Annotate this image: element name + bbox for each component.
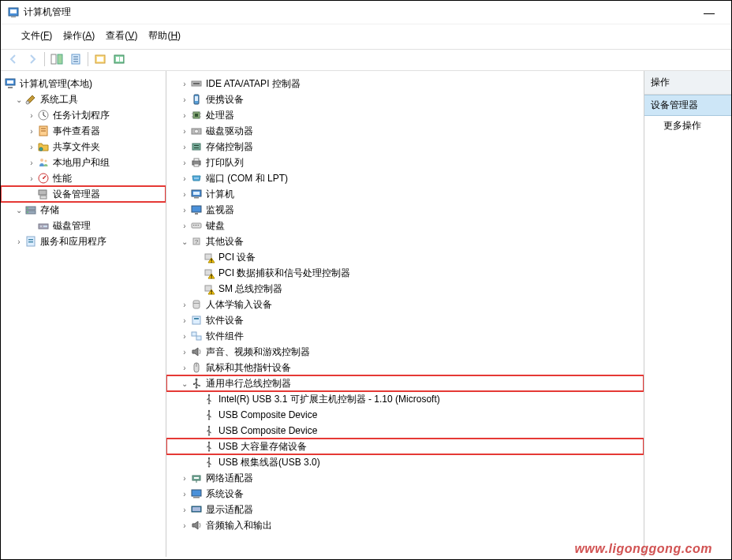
svg-rect-40 xyxy=(193,83,200,84)
device-category-computer[interactable]: ›计算机 xyxy=(166,186,644,202)
device-category-ports[interactable]: ›端口 (COM 和 LPT) xyxy=(166,170,644,186)
hid-icon xyxy=(190,298,204,311)
svg-point-34 xyxy=(40,226,42,227)
usb-icon xyxy=(203,424,217,437)
toolbar-btn-3[interactable] xyxy=(91,51,110,67)
svg-rect-1 xyxy=(10,9,17,13)
svg-rect-42 xyxy=(195,96,198,101)
tree-label: 任务计划程序 xyxy=(51,109,110,122)
toolbar xyxy=(1,49,731,71)
device-item-usb-intel[interactable]: Intel(R) USB 3.1 可扩展主机控制器 - 1.10 (Micros… xyxy=(166,391,644,407)
device-item-usb-comp2[interactable]: USB Composite Device xyxy=(166,423,644,439)
device-category-keyboard[interactable]: ›键盘 xyxy=(166,218,644,233)
actions-selected-item[interactable]: 设备管理器 xyxy=(644,95,731,116)
device-item-usb-mass[interactable]: USB 大容量存储设备 xyxy=(166,439,644,454)
svg-rect-51 xyxy=(192,144,200,150)
device-item-usb-root[interactable]: USB 根集线器(USB 3.0) xyxy=(166,454,644,470)
svg-rect-64 xyxy=(195,213,198,215)
svg-rect-13 xyxy=(120,57,123,62)
audio-icon xyxy=(190,519,204,532)
tree-disk-management[interactable]: 磁盘管理 xyxy=(1,218,166,233)
svg-point-26 xyxy=(43,177,44,179)
portable-icon xyxy=(190,93,204,106)
minimize-button[interactable]: — xyxy=(693,6,725,19)
device-item-pci[interactable]: !PCI 设备 xyxy=(166,249,644,265)
device-label: IDE ATA/ATAPI 控制器 xyxy=(204,77,301,91)
device-category-portable[interactable]: ›便携设备 xyxy=(166,91,644,107)
device-category-mouse[interactable]: ›鼠标和其他指针设备 xyxy=(166,360,644,375)
svg-point-32 xyxy=(27,211,28,213)
device-label: 计算机 xyxy=(204,188,234,201)
toolbar-btn-2[interactable] xyxy=(66,51,85,67)
device-category-hid[interactable]: ›人体学输入设备 xyxy=(166,297,644,312)
device-category-network[interactable]: ›网络适配器 xyxy=(166,470,644,486)
device-category-dvd[interactable]: ›磁盘驱动器 xyxy=(166,123,644,139)
svg-rect-100 xyxy=(194,477,199,479)
svg-point-17 xyxy=(26,101,29,104)
device-label: 通用串行总线控制器 xyxy=(204,377,291,390)
device-item-usb-comp1[interactable]: USB Composite Device xyxy=(166,407,644,423)
actions-more[interactable]: 更多操作 xyxy=(644,116,731,136)
device-label: 便携设备 xyxy=(204,93,244,106)
back-button[interactable] xyxy=(4,51,23,67)
device-label: 键盘 xyxy=(204,219,225,233)
forward-button[interactable] xyxy=(23,51,42,67)
tree-local-users[interactable]: › 本地用户和组 xyxy=(1,155,166,170)
toolbar-btn-4[interactable] xyxy=(110,51,129,67)
tree-device-manager[interactable]: 设备管理器 xyxy=(1,186,166,202)
device-category-print[interactable]: ›打印队列 xyxy=(166,155,644,170)
menu-file[interactable]: 文件(F) xyxy=(17,28,57,44)
device-category-monitor[interactable]: ›监视器 xyxy=(166,202,644,218)
ports-icon xyxy=(190,172,204,185)
performance-icon xyxy=(37,172,51,185)
svg-rect-35 xyxy=(43,226,47,227)
chevron-right-icon: › xyxy=(26,143,37,151)
svg-point-57 xyxy=(194,177,195,178)
tree-task-scheduler[interactable]: › 任务计划程序 xyxy=(1,107,166,123)
svg-point-22 xyxy=(39,147,43,151)
device-category-usb[interactable]: ⌄通用串行总线控制器 xyxy=(166,375,644,391)
svg-rect-105 xyxy=(192,507,200,511)
svg-rect-67 xyxy=(195,225,196,226)
toolbar-btn-1[interactable] xyxy=(47,51,66,67)
chevron-right-icon: › xyxy=(179,332,190,341)
tree-system-tools[interactable]: ⌄ 系统工具 xyxy=(1,91,166,107)
svg-rect-28 xyxy=(40,196,47,199)
device-category-ide[interactable]: ›IDE ATA/ATAPI 控制器 xyxy=(166,76,644,91)
tree-storage[interactable]: ⌄ 存储 xyxy=(1,202,166,218)
storage-ctrl-icon xyxy=(190,140,204,153)
tree-shared-folders[interactable]: › 共享文件夹 xyxy=(1,139,166,155)
svg-rect-52 xyxy=(194,145,199,146)
chevron-down-icon: ⌄ xyxy=(13,95,24,104)
svg-rect-3 xyxy=(51,54,56,64)
device-category-display[interactable]: ›显示适配器 xyxy=(166,502,644,517)
menu-help[interactable]: 帮助(H) xyxy=(144,28,185,44)
device-label: 系统设备 xyxy=(204,487,244,501)
shared-folder-icon xyxy=(37,140,51,153)
svg-rect-2 xyxy=(11,17,16,17)
device-label: PCI 设备 xyxy=(217,251,256,264)
device-label: 人体学输入设备 xyxy=(204,298,272,312)
device-category-system-dev[interactable]: ›系统设备 xyxy=(166,486,644,502)
device-label: 端口 (COM 和 LPT) xyxy=(204,172,288,185)
device-item-smbus[interactable]: !SM 总线控制器 xyxy=(166,281,644,297)
tree-event-viewer[interactable]: › 事件查看器 xyxy=(1,123,166,139)
tree-services-apps[interactable]: › 服务和应用程序 xyxy=(1,233,166,249)
device-category-software-comp[interactable]: ›软件组件 xyxy=(166,328,644,344)
device-category-other[interactable]: ⌄?其他设备 xyxy=(166,233,644,249)
tree-performance[interactable]: › 性能 xyxy=(1,170,166,186)
monitor-icon xyxy=(190,203,204,216)
actions-header: 操作 xyxy=(644,71,731,95)
watermark: www.ligonggong.com xyxy=(574,542,712,556)
device-category-storage-ctrl[interactable]: ›存储控制器 xyxy=(166,139,644,155)
tree-root[interactable]: 计算机管理(本地) xyxy=(1,76,166,91)
menu-view[interactable]: 查看(V) xyxy=(101,28,142,44)
device-item-pci-data[interactable]: !PCI 数据捕获和信号处理控制器 xyxy=(166,265,644,281)
device-category-audio[interactable]: ›音频输入和输出 xyxy=(166,517,644,533)
device-category-sound[interactable]: ›声音、视频和游戏控制器 xyxy=(166,344,644,360)
device-category-cpu[interactable]: ›处理器 xyxy=(166,107,644,123)
chevron-right-icon: › xyxy=(179,521,190,530)
device-label: 显示适配器 xyxy=(204,503,253,517)
device-category-software-dev[interactable]: ›软件设备 xyxy=(166,312,644,328)
menu-action[interactable]: 操作(A) xyxy=(58,28,99,44)
